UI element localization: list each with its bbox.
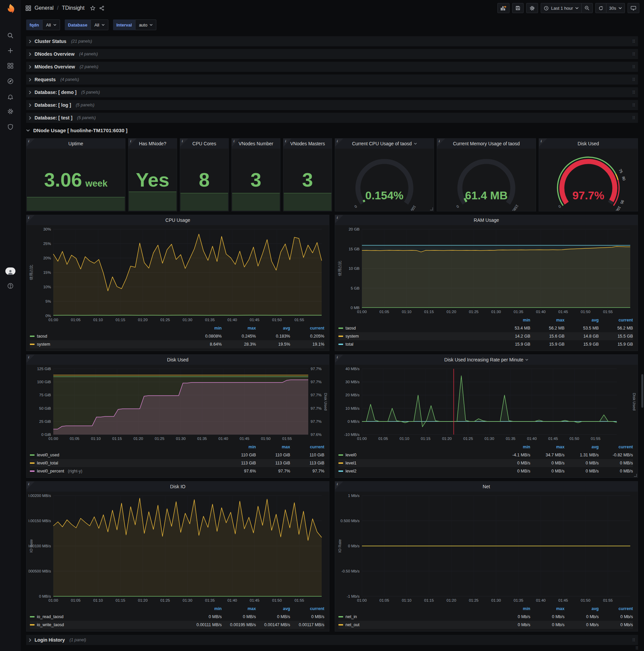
chevron-down-icon [26, 129, 30, 131]
legend-row: net_out0 Mb/s0 Mb/s0 Mb/s0 Mb/s [339, 621, 633, 629]
legend-row: io_read_taosd0 MB/s0 MB/s0 MB/s0 MB/s [30, 613, 324, 621]
stat-value-area: 3.06week [27, 149, 125, 211]
share-icon[interactable] [99, 5, 105, 11]
legend-series-name[interactable]: level0_total [30, 461, 222, 465]
star-icon[interactable] [90, 5, 96, 11]
refresh-interval-picker[interactable]: 30s [606, 3, 625, 13]
panel-resize-handle[interactable] [634, 474, 637, 477]
legend-series-name[interactable]: level2 [339, 469, 496, 473]
row-dnode-usage[interactable]: DNode Usage [ huolinhe-TM1701:6030 ] [26, 125, 127, 135]
help-icon[interactable] [0, 280, 21, 292]
variable-database-value[interactable]: All [91, 20, 108, 30]
legend-series-name[interactable]: system [30, 342, 188, 347]
drag-handle-icon[interactable]: ⠿ [632, 638, 635, 643]
panel-resize-handle[interactable] [430, 207, 433, 210]
info-icon[interactable]: i [335, 215, 343, 223]
info-icon[interactable]: i [335, 355, 343, 363]
legend-series-name[interactable]: level0_percent(right-y) [30, 469, 222, 473]
row-dnodes-overview[interactable]: DNodes Overview(4 panels)⠿ [26, 49, 638, 59]
legend-series-name[interactable]: system [339, 334, 496, 339]
legend-swatch-icon [339, 454, 343, 456]
dashboards-icon[interactable] [0, 60, 21, 72]
panel-title[interactable]: Disk Used Increasing Rate per Minute [335, 355, 638, 365]
row-mnodes-overview[interactable]: MNodes Overview(2 panels)⠿ [26, 62, 638, 72]
panel-title[interactable]: RAM Usage [335, 215, 638, 225]
legend-swatch-icon [30, 462, 35, 464]
legend-col-header: avg [256, 607, 290, 611]
legend-series-name[interactable]: taosd [30, 334, 188, 339]
row-database-test[interactable]: Database: [ test ](5 panels)⠿ [26, 113, 638, 123]
drag-handle-icon[interactable]: ⠿ [632, 103, 635, 108]
info-icon[interactable]: i [27, 215, 35, 223]
admin-shield-icon[interactable] [0, 121, 21, 133]
drag-handle-icon[interactable]: ⠿ [632, 90, 635, 95]
disk-rate-legend: minmaxavgcurrentlevel0-4.1 MB/s34.7 MB/s… [339, 443, 633, 476]
info-icon[interactable]: i [437, 138, 445, 147]
panel-title[interactable]: Uptime [27, 138, 125, 149]
drag-handle-icon[interactable]: ⠿ [632, 116, 635, 121]
time-range-picker[interactable]: Last 1 hour [541, 3, 582, 13]
explore-compass-icon[interactable] [0, 75, 21, 87]
info-icon[interactable]: i [335, 138, 343, 147]
info-icon[interactable]: i [27, 482, 35, 490]
panel-title[interactable]: Current CPU Usage of taosd [335, 138, 434, 149]
refresh-button[interactable] [595, 3, 606, 13]
zoom-out-time-button[interactable] [582, 3, 593, 13]
dashboard-grid-icon[interactable] [26, 5, 31, 11]
dashboard-settings-button[interactable] [526, 3, 538, 13]
panel-title[interactable]: Net [335, 482, 638, 492]
legend-series-name[interactable]: io_read_taosd [30, 614, 188, 619]
grafana-logo-icon[interactable] [4, 3, 17, 16]
configuration-gear-icon[interactable] [0, 105, 21, 118]
variable-fqdn-label: fqdn [26, 20, 42, 30]
variable-fqdn-value[interactable]: All [42, 20, 60, 30]
panel-title[interactable]: Disk Used [27, 355, 329, 365]
save-dashboard-button[interactable] [512, 3, 523, 13]
variable-interval-value[interactable]: auto [135, 20, 156, 30]
create-plus-icon[interactable] [0, 44, 21, 57]
legend-swatch-icon [30, 336, 35, 337]
row-requests[interactable]: Requests(4 panels)⠿ [26, 74, 638, 85]
panel-title[interactable]: Disk IO [27, 482, 329, 492]
legend-series-name[interactable]: level0 [339, 453, 496, 457]
cycle-view-mode-button[interactable] [627, 3, 639, 13]
svg-text:01:25: 01:25 [469, 310, 479, 314]
row-database-demo[interactable]: Database: [ demo ](5 panels)⠿ [26, 87, 638, 97]
drag-handle-icon[interactable]: ⠿ [632, 39, 635, 44]
row-database-log[interactable]: Database: [ log ](5 panels)⠿ [26, 100, 638, 110]
info-icon[interactable]: i [27, 138, 35, 147]
svg-text:20 MB/s: 20 MB/s [346, 393, 360, 397]
add-panel-button[interactable] [497, 3, 510, 13]
scrollbar-thumb[interactable] [641, 374, 643, 408]
panel-title[interactable]: Current Memory Usage of taosd [437, 138, 536, 149]
panel-title[interactable]: CPU Usage [27, 215, 329, 225]
legend-series-name[interactable]: total [339, 342, 496, 347]
breadcrumb-section[interactable]: General [35, 5, 54, 11]
info-icon[interactable]: i [27, 355, 35, 363]
panel-title[interactable]: Disk Used [539, 138, 638, 149]
breadcrumb-page[interactable]: TDinsight [62, 5, 85, 11]
search-icon[interactable] [0, 30, 21, 41]
drag-handle-icon[interactable]: ⠿ [632, 77, 635, 82]
legend-series-name[interactable]: io_write_taosd [30, 622, 188, 627]
legend-series-name[interactable]: net_out [339, 622, 496, 627]
legend-series-name[interactable]: level1 [339, 461, 496, 465]
info-icon[interactable]: i [128, 138, 136, 147]
drag-handle-icon[interactable]: ⠿ [635, 646, 639, 651]
user-avatar[interactable] [0, 265, 21, 277]
legend-series-name[interactable]: net_in [339, 614, 496, 619]
legend-series-name[interactable]: taosd [339, 326, 496, 331]
legend-value: 0.205% [290, 334, 324, 339]
info-icon[interactable]: i [283, 138, 291, 147]
drag-handle-icon[interactable]: ⠿ [632, 52, 635, 57]
info-icon[interactable]: i [539, 138, 547, 147]
drag-handle-icon[interactable]: ⠿ [632, 64, 635, 69]
legend-value: 15.9 GB [530, 342, 565, 347]
info-icon[interactable]: i [232, 138, 240, 147]
alerting-bell-icon[interactable] [0, 91, 21, 103]
row-login-history[interactable]: Login History (1 panel) ⠿ [26, 635, 638, 645]
info-icon[interactable]: i [180, 138, 188, 147]
row-cluster-status[interactable]: Cluster Status(21 panels)⠿ [26, 36, 638, 46]
legend-series-name[interactable]: level0_used [30, 453, 222, 457]
info-icon[interactable]: i [335, 482, 343, 490]
